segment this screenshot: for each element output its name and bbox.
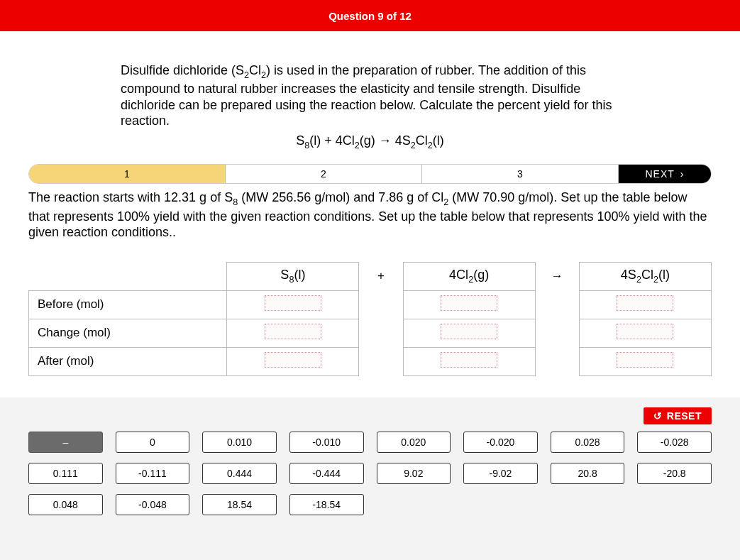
answer-chip[interactable]: 9.02 bbox=[377, 463, 451, 484]
answer-chip[interactable]: -0.020 bbox=[463, 432, 538, 453]
answer-chip[interactable]: -20.8 bbox=[637, 463, 712, 484]
next-button[interactable]: NEXT › bbox=[619, 165, 711, 183]
step-progress-bar: 1 2 3 NEXT › bbox=[28, 164, 712, 184]
operator-plus: + bbox=[359, 262, 403, 290]
drop-after-s8[interactable] bbox=[265, 352, 321, 368]
question-prompt: Disulfide dichloride (S2Cl2) is used in … bbox=[121, 62, 619, 129]
col-species-3: 4S2Cl2(l) bbox=[579, 262, 711, 290]
answer-chip[interactable]: 0.444 bbox=[202, 463, 277, 484]
col-species-2: 4Cl2(g) bbox=[403, 262, 535, 290]
drop-before-s2cl2[interactable] bbox=[617, 295, 673, 311]
operator-arrow: → bbox=[535, 262, 579, 290]
answer-chip[interactable]: 20.8 bbox=[551, 463, 625, 484]
answer-chip[interactable]: 0.010 bbox=[202, 432, 277, 453]
answer-chip[interactable]: 0.111 bbox=[28, 463, 103, 484]
drop-after-cl2[interactable] bbox=[441, 352, 497, 368]
step-3[interactable]: 3 bbox=[422, 165, 619, 183]
question-counter: Question 9 of 12 bbox=[328, 10, 412, 22]
step-2[interactable]: 2 bbox=[226, 165, 422, 183]
answer-chip[interactable]: -0.010 bbox=[289, 432, 364, 453]
question-body: Disulfide dichloride (S2Cl2) is used in … bbox=[0, 62, 740, 150]
answer-chip[interactable]: -18.54 bbox=[289, 494, 364, 515]
col-species-1: S8(l) bbox=[227, 262, 359, 290]
chevron-right-icon: › bbox=[680, 168, 685, 180]
answer-bank: ↺ RESET –00.010-0.0100.020-0.0200.028-0.… bbox=[0, 397, 740, 560]
drop-change-s8[interactable] bbox=[265, 324, 321, 339]
drop-before-s8[interactable] bbox=[265, 295, 321, 311]
answer-chip[interactable]: – bbox=[28, 432, 103, 453]
answer-chip[interactable]: -0.444 bbox=[289, 463, 364, 484]
drop-before-cl2[interactable] bbox=[441, 295, 497, 311]
answer-chip[interactable]: 0.048 bbox=[28, 494, 103, 515]
step-1[interactable]: 1 bbox=[29, 165, 226, 183]
answer-chip[interactable]: 0 bbox=[116, 432, 190, 453]
next-label: NEXT bbox=[645, 168, 674, 180]
undo-icon: ↺ bbox=[653, 410, 663, 422]
drop-change-cl2[interactable] bbox=[441, 324, 497, 339]
reset-button[interactable]: ↺ RESET bbox=[644, 407, 712, 424]
row-after: After (mol) bbox=[29, 347, 227, 375]
reset-label: RESET bbox=[667, 410, 702, 422]
drop-change-s2cl2[interactable] bbox=[617, 324, 673, 339]
answer-chip[interactable]: 18.54 bbox=[202, 494, 277, 515]
drop-after-s2cl2[interactable] bbox=[617, 352, 673, 368]
reaction-equation: S8(l) + 4Cl2(g) → 4S2Cl2(l) bbox=[121, 133, 619, 150]
answer-chip[interactable]: -9.02 bbox=[463, 463, 538, 484]
row-change: Change (mol) bbox=[29, 319, 227, 347]
answer-chip[interactable]: 0.020 bbox=[377, 432, 451, 453]
row-before: Before (mol) bbox=[29, 290, 227, 319]
step-instruction: The reaction starts with 12.31 g of S8 (… bbox=[28, 190, 712, 240]
answer-chip[interactable]: -0.111 bbox=[116, 463, 190, 484]
question-header: Question 9 of 12 bbox=[0, 0, 740, 31]
answer-chip[interactable]: 0.028 bbox=[551, 432, 625, 453]
ice-table: S8(l) + 4Cl2(g) → 4S2Cl2(l) Before (mol)… bbox=[28, 262, 712, 376]
answer-chip[interactable]: -0.048 bbox=[116, 494, 190, 515]
answer-chip[interactable]: -0.028 bbox=[637, 432, 712, 453]
